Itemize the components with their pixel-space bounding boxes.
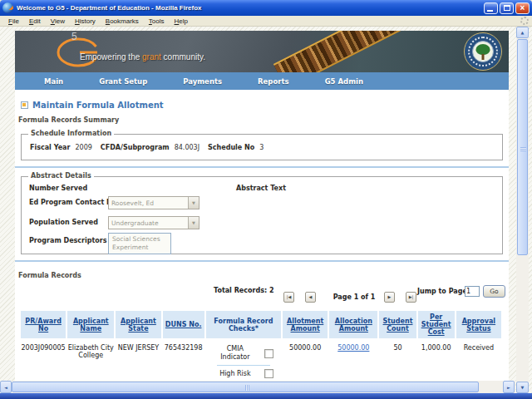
number-served-label: Number Served: [29, 185, 87, 192]
col-formula-record-checks: Formula Record Checks*: [206, 311, 281, 338]
cell-student-count: 50: [379, 340, 416, 381]
close-button[interactable]: ×: [515, 2, 530, 14]
menu-history[interactable]: History: [70, 17, 101, 26]
menu-view[interactable]: View: [46, 17, 70, 26]
page-status: Page 1 of 1: [328, 293, 381, 301]
previous-page-button[interactable]: ◀: [305, 292, 316, 303]
nav-payments[interactable]: Payments: [183, 77, 222, 86]
program-descriptors-listbox: Social Sciences Experiment: [108, 233, 171, 254]
minimize-button[interactable]: [484, 2, 498, 14]
vertical-scrollbar[interactable]: ▲ ▼: [516, 27, 529, 393]
last-page-button[interactable]: ▶|: [406, 292, 416, 303]
nav-main[interactable]: Main: [44, 77, 63, 86]
scroll-right-button[interactable]: ►: [503, 381, 515, 393]
scroll-up-button[interactable]: ▲: [516, 27, 529, 38]
program-descriptors-label: Program Descriptors: [29, 237, 107, 244]
ed-program-contact-name-select: Roosevelt, Ed ▼: [108, 196, 200, 209]
restore-button[interactable]: [500, 2, 514, 14]
population-served-select: Undergraduate ▼: [108, 216, 200, 229]
firefox-window: Welcome to G5 - Department of Education …: [0, 0, 532, 399]
schedule-no-label: Schedule No: [208, 144, 254, 151]
page-content: Maintain Formula Allotment Formula Recor…: [15, 90, 509, 381]
scroll-down-button[interactable]: ▼: [516, 382, 529, 393]
jump-to-page-input[interactable]: [465, 286, 480, 297]
restore-icon: [504, 5, 510, 11]
first-page-button[interactable]: |◀: [283, 292, 294, 303]
section-separator: [15, 260, 509, 262]
schedule-no-value: 3: [259, 144, 264, 151]
page-viewport: 5 Empowering the grant community. Main G…: [0, 27, 532, 393]
window-title: Welcome to G5 - Department of Education …: [17, 4, 484, 12]
cell-per-student-cost: 1,000.00: [418, 340, 455, 381]
horizontal-scrollbar-thumb[interactable]: [12, 382, 479, 392]
window-bottom-border: [0, 393, 532, 399]
menu-edit[interactable]: Edit: [24, 17, 46, 26]
col-applicant-state[interactable]: Applicant State: [116, 311, 160, 338]
summary-heading: Formula Records Summary: [18, 116, 509, 124]
vertical-scrollbar-thumb[interactable]: [517, 39, 528, 255]
menu-tools[interactable]: Tools: [144, 17, 170, 26]
schedule-information-fieldset: Schedule Information Fiscal Year 2009 CF…: [21, 134, 503, 160]
col-approval-status[interactable]: Approval Status: [456, 311, 501, 338]
go-button[interactable]: Go: [483, 285, 505, 298]
dropdown-arrow-icon: ▼: [188, 217, 199, 229]
first-page-icon: |◀: [287, 295, 292, 299]
g5-logo-icon: [55, 33, 106, 70]
schedule-legend: Schedule Information: [28, 130, 114, 137]
nav-g5-admin[interactable]: G5 Admin: [325, 77, 363, 86]
horizontal-scrollbar[interactable]: ◄ ►: [0, 381, 515, 393]
dept-of-education-seal-icon: [464, 32, 502, 71]
g5-logo-five: 5: [71, 31, 77, 42]
menu-help[interactable]: Help: [170, 17, 193, 26]
allocation-amount-link[interactable]: 50000.00: [337, 344, 369, 352]
g5-banner: 5 Empowering the grant community.: [15, 31, 509, 72]
col-per-student-cost[interactable]: Per Student Cost: [418, 311, 455, 338]
nav-grant-setup[interactable]: Grant Setup: [99, 77, 147, 86]
cmia-indicator-checkbox[interactable]: [264, 349, 273, 358]
menu-file[interactable]: File: [3, 17, 24, 26]
scroll-down-icon: ▼: [521, 385, 525, 390]
col-pr-award-no[interactable]: PR/Award No: [21, 311, 66, 338]
section-separator: [15, 166, 509, 168]
abstract-text-label: Abstract Text: [236, 185, 286, 192]
firefox-icon: [2, 2, 13, 13]
minimize-icon: [487, 10, 493, 12]
banner-tagline: Empowering the grant community.: [80, 52, 205, 62]
cell-applicant-state: NEW JERSEY: [116, 340, 160, 381]
jump-to-page-label: Jump to Page: [417, 288, 467, 295]
main-nav: Main Grant Setup Payments Reports G5 Adm…: [15, 72, 509, 90]
col-duns-no[interactable]: DUNS No.: [163, 311, 204, 338]
abstract-legend: Abstract Details: [28, 172, 94, 180]
scroll-left-icon: ◄: [4, 385, 7, 390]
last-page-icon: ▶|: [409, 295, 414, 299]
page-title-icon: [21, 101, 28, 109]
window-titlebar[interactable]: Welcome to G5 - Department of Education …: [0, 0, 532, 16]
previous-page-icon: ◀: [309, 295, 313, 299]
next-page-icon: ▶: [388, 295, 392, 299]
nav-reports[interactable]: Reports: [258, 77, 289, 86]
page-title: Maintain Formula Allotment: [21, 101, 509, 110]
table-header-row: PR/Award No Applicant Name Applicant Sta…: [21, 311, 501, 338]
col-applicant-name[interactable]: Applicant Name: [67, 311, 114, 338]
population-served-label: Population Served: [29, 219, 98, 226]
cfda-subprogram-value: 84.003J: [175, 144, 200, 151]
cfda-subprogram-label: CFDA/Subprogram: [101, 144, 170, 151]
cell-allocation-amount: 50000.00: [329, 340, 377, 381]
cell-pr-award-no: 2003J090005: [21, 340, 66, 381]
next-page-button[interactable]: ▶: [384, 292, 395, 303]
col-student-count[interactable]: Student Count: [379, 311, 416, 338]
fiscal-year-label: Fiscal Year: [30, 144, 70, 151]
total-records: Total Records: 2: [214, 287, 273, 294]
col-allotment-amount[interactable]: Allotment Amount: [283, 311, 328, 338]
cell-approval-status: Received: [456, 340, 501, 381]
menu-bookmarks[interactable]: Bookmarks: [101, 17, 144, 26]
abstract-details-fieldset: Abstract Details Number Served Abstract …: [21, 176, 503, 254]
formula-records-table: PR/Award No Applicant Name Applicant Sta…: [19, 309, 503, 381]
high-risk-checkbox[interactable]: [264, 369, 273, 378]
high-risk-row: High Risk: [209, 366, 278, 381]
cell-allotment-amount: 50000.00: [283, 340, 328, 381]
bookshelf-image: [273, 31, 456, 72]
col-allocation-amount[interactable]: Allocation Amount: [329, 311, 377, 338]
dropdown-arrow-icon: ▼: [188, 197, 199, 209]
scroll-left-button[interactable]: ◄: [0, 381, 12, 393]
